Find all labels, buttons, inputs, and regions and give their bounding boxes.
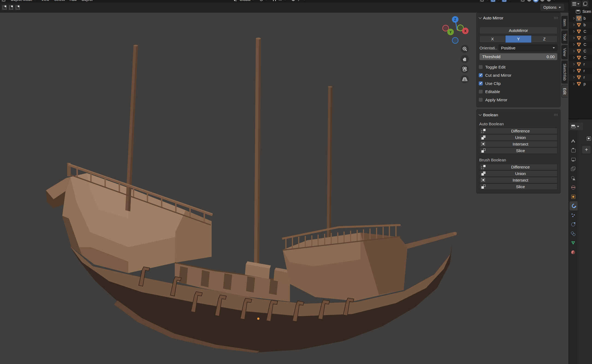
properties-tab[interactable] xyxy=(569,155,578,164)
boolean-op-button[interactable]: Slice xyxy=(479,147,557,154)
checkbox-row[interactable]: Apply Mirror xyxy=(479,96,558,104)
cursor-tool-icon[interactable] xyxy=(479,0,484,2)
shading-wireframe-icon[interactable] xyxy=(527,0,531,2)
sidebar-tab[interactable]: Edit xyxy=(561,85,568,97)
properties-tab[interactable] xyxy=(569,164,578,173)
properties-tab[interactable] xyxy=(569,146,578,155)
expand-arrow-icon[interactable] xyxy=(572,83,575,85)
outliner-item[interactable]: C xyxy=(569,35,592,41)
drag-handle-icon[interactable] xyxy=(554,17,558,19)
transform-orientation-dropdown[interactable]: Global xyxy=(233,0,254,2)
boolean-op-button[interactable]: Difference xyxy=(479,164,557,170)
rotate-view-icon[interactable] xyxy=(502,0,507,2)
properties-tab[interactable] xyxy=(569,183,578,192)
annotate-tool-icon[interactable] xyxy=(491,0,495,2)
properties-tab[interactable] xyxy=(569,229,578,238)
properties-breadcrumb[interactable]: b xyxy=(587,136,592,141)
outliner-item[interactable]: p xyxy=(569,81,592,87)
properties-tab[interactable] xyxy=(569,220,578,229)
expand-arrow-icon[interactable] xyxy=(572,24,575,26)
camera-view-icon[interactable] xyxy=(461,65,469,73)
properties-tab[interactable] xyxy=(569,211,578,220)
panel-boolean-header[interactable]: Boolean xyxy=(479,111,558,118)
viewport-3d[interactable]: Z Y X Auto Mirror xyxy=(0,0,569,364)
shading-solid-icon[interactable] xyxy=(534,0,538,2)
checkbox-row[interactable]: Toggle Edit xyxy=(479,63,558,71)
checkbox-row[interactable]: Editable xyxy=(479,87,558,96)
outliner-item[interactable]: C xyxy=(569,54,592,61)
menu-add[interactable]: Add xyxy=(70,0,76,2)
properties-tab[interactable] xyxy=(569,238,578,248)
outliner-item[interactable]: C xyxy=(569,41,592,48)
expand-arrow-icon[interactable] xyxy=(572,37,575,39)
outliner-item[interactable]: r xyxy=(569,74,592,81)
boolean-op-button[interactable]: Difference xyxy=(479,128,557,134)
boolean-op-button[interactable]: Intersect xyxy=(479,177,557,183)
navigation-gizmo[interactable]: Z Y X xyxy=(440,14,472,46)
panel-auto-mirror-header[interactable]: Auto Mirror xyxy=(479,14,558,21)
editor-type-icon[interactable] xyxy=(1,0,6,2)
properties-tab[interactable] xyxy=(570,201,578,211)
properties-tab[interactable] xyxy=(569,192,578,201)
shading-rendered-icon[interactable] xyxy=(547,0,551,2)
outliner-item[interactable]: C xyxy=(569,48,592,54)
drag-handle-icon[interactable] xyxy=(554,114,558,116)
outliner-item[interactable]: r xyxy=(569,61,592,67)
expand-arrow-icon[interactable] xyxy=(572,43,575,46)
pivot-point-dropdown[interactable] xyxy=(259,0,267,2)
outliner-item[interactable]: b xyxy=(569,22,592,28)
outliner-item[interactable]: C xyxy=(569,28,592,35)
proportional-editing-dropdown[interactable] xyxy=(291,0,305,2)
expand-arrow-icon[interactable] xyxy=(572,30,575,32)
show-gizmo-icon[interactable] xyxy=(520,0,525,2)
outliner-scene-collection[interactable]: Scen xyxy=(569,8,592,15)
properties-tab[interactable] xyxy=(569,173,578,183)
axis-toggle[interactable]: Z xyxy=(531,35,557,43)
sidebar-tab[interactable]: View xyxy=(561,45,568,59)
outliner-display-mode-dropdown[interactable] xyxy=(571,1,581,7)
expand-arrow-icon[interactable] xyxy=(572,76,575,78)
checkbox[interactable] xyxy=(479,81,483,85)
select-mode-button[interactable] xyxy=(1,4,7,10)
checkbox[interactable] xyxy=(479,98,483,102)
zoom-icon[interactable] xyxy=(461,45,469,53)
menu-select[interactable]: Select xyxy=(54,0,65,2)
checkbox-row[interactable]: Cut and Mirror xyxy=(479,71,558,79)
sidebar-tab[interactable]: Sketchfab xyxy=(561,61,568,84)
sidebar-tab[interactable]: Item xyxy=(561,16,568,29)
shading-material-icon[interactable] xyxy=(540,0,544,2)
properties-tab[interactable] xyxy=(569,248,578,257)
threshold-slider[interactable]: Threshold 0.00 xyxy=(479,53,557,60)
menu-view[interactable]: View xyxy=(41,0,49,2)
expand-arrow-icon[interactable] xyxy=(572,17,575,19)
axis-toggle[interactable]: Y xyxy=(505,35,531,43)
boolean-op-button[interactable]: Intersect xyxy=(479,141,557,147)
checkbox[interactable] xyxy=(479,73,483,77)
orientation-dropdown[interactable]: Positive xyxy=(499,45,557,51)
properties-tab[interactable] xyxy=(569,136,578,146)
outliner-item[interactable]: r xyxy=(569,67,592,74)
outliner-filter-button[interactable] xyxy=(582,1,588,7)
expand-arrow-icon[interactable] xyxy=(572,57,575,59)
menu-object[interactable]: Object xyxy=(81,0,92,2)
expand-arrow-icon[interactable] xyxy=(572,50,575,52)
expand-arrow-icon[interactable] xyxy=(572,63,575,65)
pan-hand-icon[interactable] xyxy=(461,55,469,63)
snap-dropdown[interactable] xyxy=(272,0,286,2)
grid-floor-icon[interactable] xyxy=(461,75,469,83)
checkbox[interactable] xyxy=(479,65,483,69)
properties-editor-type-dropdown[interactable] xyxy=(570,123,583,130)
boolean-op-button[interactable]: Slice xyxy=(479,184,557,190)
checkbox-row[interactable]: Use Clip xyxy=(479,79,558,87)
select-mode-button[interactable] xyxy=(14,4,20,10)
options-button[interactable]: Options xyxy=(540,4,564,11)
boolean-op-button[interactable]: Union xyxy=(479,170,557,177)
select-mode-button[interactable] xyxy=(8,4,14,10)
expand-arrow-icon[interactable] xyxy=(572,70,575,72)
outliner-item[interactable]: b xyxy=(569,15,592,22)
sidebar-tab[interactable]: Tool xyxy=(561,31,568,44)
automirror-button[interactable]: AutoMirror xyxy=(479,27,557,34)
add-button[interactable]: + xyxy=(582,146,591,154)
axis-toggle[interactable]: X xyxy=(479,35,505,43)
boolean-op-button[interactable]: Union xyxy=(479,134,557,141)
